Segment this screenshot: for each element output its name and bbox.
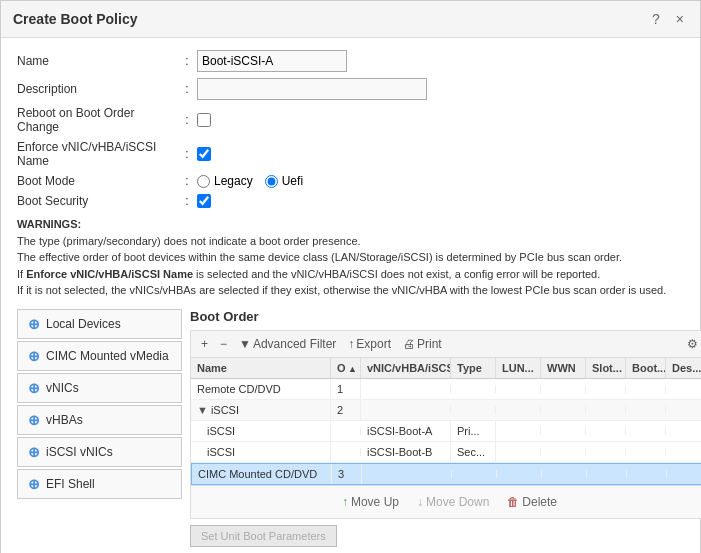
left-item-cimc-vmedia[interactable]: ⊕ CIMC Mounted vMedia <box>17 341 182 371</box>
td-lun <box>496 427 541 435</box>
name-input[interactable] <box>197 50 347 72</box>
td-slot <box>586 427 626 435</box>
td-vnic <box>362 470 452 478</box>
legacy-radio-label[interactable]: Legacy <box>197 174 253 188</box>
uefi-radio[interactable] <box>265 175 278 188</box>
export-button[interactable]: ↑ Export <box>344 335 395 353</box>
td-boot1 <box>626 385 666 393</box>
boot-mode-radio-group: Legacy Uefi <box>197 174 303 188</box>
legacy-radio-text: Legacy <box>214 174 253 188</box>
reboot-checkbox[interactable] <box>197 113 211 127</box>
td-lun <box>497 470 542 478</box>
table-row[interactable]: iSCSI iSCSI-Boot-B Sec... <box>191 442 701 463</box>
delete-label: Delete <box>522 495 557 509</box>
add-button[interactable]: + <box>197 335 212 353</box>
td-slot <box>586 385 626 393</box>
td-type: Sec... <box>451 442 496 462</box>
col-boot2: Des... <box>666 358 701 378</box>
col-type: Type <box>451 358 496 378</box>
td-boot1 <box>626 406 666 414</box>
td-wwn <box>541 406 586 414</box>
left-item-label-cimc: CIMC Mounted vMedia <box>46 349 169 363</box>
print-label: Print <box>417 337 442 351</box>
col-order[interactable]: O <box>331 358 361 378</box>
table-row[interactable]: CIMC Mounted CD/DVD 3 <box>191 463 701 485</box>
delete-button[interactable]: 🗑 Delete <box>501 492 563 512</box>
boot-order-title: Boot Order <box>190 309 701 324</box>
td-vnic: iSCSI-Boot-B <box>361 442 451 462</box>
name-label: Name <box>17 54 177 68</box>
bottom-toolbar: ↑ Move Up ↓ Move Down 🗑 Delete <box>190 486 701 519</box>
print-button[interactable]: 🖨 Print <box>399 335 446 353</box>
header-icons: ? × <box>648 9 688 29</box>
desc-label: Description <box>17 82 177 96</box>
warnings-title: WARNINGS: <box>17 218 81 230</box>
boot-order-toolbar: + − ▼ Advanced Filter ↑ Export 🖨 <box>190 330 701 357</box>
left-item-efi-shell[interactable]: ⊕ EFI Shell <box>17 469 182 499</box>
table-row[interactable]: Remote CD/DVD 1 <box>191 379 701 400</box>
td-type: Pri... <box>451 421 496 441</box>
td-name: iSCSI <box>191 421 331 441</box>
description-row: Description : <box>17 78 684 100</box>
move-down-button[interactable]: ↓ Move Down <box>411 492 495 512</box>
left-panel: ⊕ Local Devices ⊕ CIMC Mounted vMedia ⊕ … <box>17 309 182 547</box>
td-order: 2 <box>331 400 361 420</box>
warning-line2: The effective order of boot devices with… <box>17 251 622 263</box>
warning-line3-suffix: is selected and the vNIC/vHBA/iSCSI does… <box>193 268 600 280</box>
boot-security-checkbox[interactable] <box>197 194 211 208</box>
remove-button[interactable]: − <box>216 335 231 353</box>
boot-mode-row: Boot Mode : Legacy Uefi <box>17 174 684 188</box>
col-name: Name <box>191 358 331 378</box>
plus-icon-iscsi: ⊕ <box>28 444 40 460</box>
remove-icon: − <box>220 337 227 351</box>
td-des <box>667 470 701 478</box>
enforce-sep: : <box>177 147 197 161</box>
table-row[interactable]: ▼iSCSI 2 <box>191 400 701 421</box>
td-order <box>331 427 361 435</box>
add-icon: + <box>201 337 208 351</box>
left-item-label-vnics: vNICs <box>46 381 79 395</box>
td-lun <box>496 385 541 393</box>
plus-icon-local: ⊕ <box>28 316 40 332</box>
left-item-local-devices[interactable]: ⊕ Local Devices <box>17 309 182 339</box>
uefi-radio-label[interactable]: Uefi <box>265 174 303 188</box>
plus-icon-cimc: ⊕ <box>28 348 40 364</box>
set-boot-params-button[interactable]: Set Unit Boot Parameters <box>190 525 337 547</box>
expand-icon: ▼ <box>197 404 208 416</box>
dialog-header: Create Boot Policy ? × <box>1 1 700 38</box>
td-slot <box>587 470 627 478</box>
right-panel: Boot Order + − ▼ Advanced Filter ↑ <box>190 309 701 547</box>
advanced-filter-button[interactable]: ▼ Advanced Filter <box>235 335 340 353</box>
left-item-vnics[interactable]: ⊕ vNICs <box>17 373 182 403</box>
table-header: Name O vNIC/vHBA/iSCSI... Type LUN... WW… <box>191 358 701 379</box>
td-name: iSCSI <box>191 442 331 462</box>
gear-icon: ⚙ <box>687 337 698 351</box>
td-des <box>666 427 701 435</box>
reboot-row: Reboot on Boot Order Change : <box>17 106 684 134</box>
export-icon: ↑ <box>348 337 354 351</box>
help-button[interactable]: ? <box>648 9 664 29</box>
move-up-label: Move Up <box>351 495 399 509</box>
advanced-filter-label: Advanced Filter <box>253 337 336 351</box>
left-item-label-iscsi: iSCSI vNICs <box>46 445 113 459</box>
move-up-button[interactable]: ↑ Move Up <box>336 492 405 512</box>
close-button[interactable]: × <box>672 9 688 29</box>
warnings-section: WARNINGS: The type (primary/secondary) d… <box>17 216 684 299</box>
enforce-checkbox[interactable] <box>197 147 211 161</box>
left-item-iscsi-vnics[interactable]: ⊕ iSCSI vNICs <box>17 437 182 467</box>
enforce-row: Enforce vNIC/vHBA/iSCSI Name : <box>17 140 684 168</box>
desc-input[interactable] <box>197 78 427 100</box>
filter-icon: ▼ <box>239 337 251 351</box>
left-item-label-efi: EFI Shell <box>46 477 95 491</box>
export-label: Export <box>356 337 391 351</box>
plus-icon-vhbas: ⊕ <box>28 412 40 428</box>
boot-security-label: Boot Security <box>17 194 177 208</box>
td-type <box>452 470 497 478</box>
table-row[interactable]: iSCSI iSCSI-Boot-A Pri... <box>191 421 701 442</box>
legacy-radio[interactable] <box>197 175 210 188</box>
gear-button[interactable]: ⚙ <box>683 335 701 353</box>
reboot-sep: : <box>177 113 197 127</box>
left-item-vhbas[interactable]: ⊕ vHBAs <box>17 405 182 435</box>
create-boot-policy-dialog: Create Boot Policy ? × Name : Descriptio… <box>0 0 701 553</box>
td-wwn <box>542 470 587 478</box>
